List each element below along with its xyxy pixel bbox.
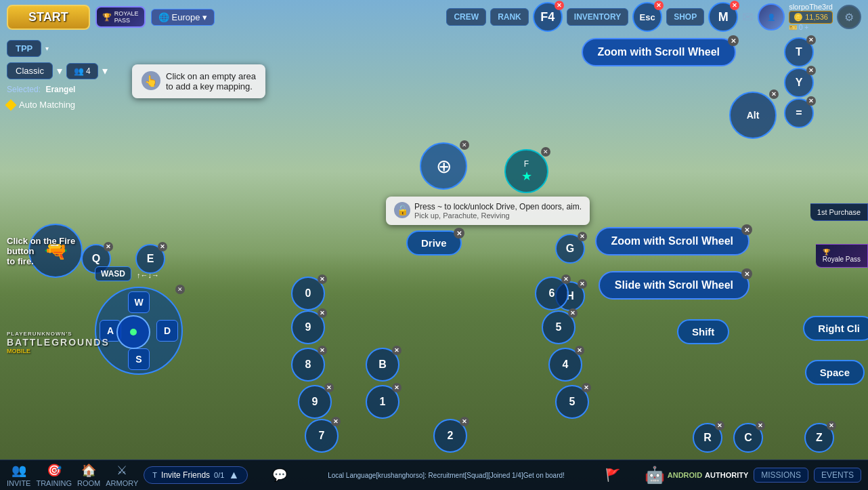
c-key[interactable]: C ✕ (733, 423, 763, 453)
b-key[interactable]: B ✕ (366, 348, 399, 382)
wasd-close[interactable]: ✕ (175, 285, 185, 294)
avatar[interactable]: 👤 (758, 3, 785, 30)
esc-key[interactable]: Esc ✕ (632, 2, 662, 32)
tpp-button[interactable]: TPP (7, 40, 41, 57)
f4-key[interactable]: F4 ✕ (533, 2, 563, 32)
f-key-pickup[interactable]: F ★ ✕ (504, 149, 548, 193)
num-key-7[interactable]: 7 ✕ (305, 419, 339, 453)
zoom-scroll-top-close[interactable]: ✕ (728, 35, 739, 46)
slide-scroll-close[interactable]: ✕ (741, 268, 752, 279)
num-key-0[interactable]: 0 ✕ (291, 277, 325, 310)
num-key-9b[interactable]: 9 ✕ (298, 385, 332, 419)
z-key[interactable]: Z ✕ (804, 423, 834, 453)
num8-close[interactable]: ✕ (318, 346, 327, 355)
g-key[interactable]: G ✕ (555, 234, 585, 264)
rank-button[interactable]: RANK (490, 8, 529, 26)
num-key-9a[interactable]: 9 ✕ (291, 310, 325, 344)
num-key-2[interactable]: 2 ✕ (433, 419, 467, 453)
num0-close[interactable]: ✕ (318, 274, 327, 284)
c-key-close[interactable]: ✕ (756, 421, 765, 430)
invite-nav[interactable]: 👥 INVITE (7, 463, 30, 487)
num-key-8[interactable]: 8 ✕ (291, 348, 325, 382)
shop-button[interactable]: SHOP (666, 8, 704, 26)
royale-pass-label: ROYALEPASS (114, 10, 139, 24)
num2-close[interactable]: ✕ (460, 417, 469, 426)
y-key-close[interactable]: ✕ (806, 66, 816, 75)
right-click-bubble[interactable]: Right Cli (803, 316, 868, 341)
crew-button[interactable]: CREW (446, 8, 486, 26)
h-key-close[interactable]: ✕ (578, 279, 587, 289)
zoom-scroll-top[interactable]: Zoom with Scroll Wheel ✕ (582, 38, 736, 66)
num-key-5b[interactable]: 5 ✕ (555, 385, 589, 419)
start-button[interactable]: START (7, 5, 90, 30)
num1-close[interactable]: ✕ (392, 383, 402, 392)
m-close[interactable]: ✕ (730, 1, 739, 10)
f4-close[interactable]: ✕ (555, 1, 564, 10)
invite-friends-area[interactable]: T Invite Friends 0/1 ▲ (144, 466, 248, 484)
num6-close[interactable]: ✕ (561, 274, 571, 284)
zoom-scroll-mid-close[interactable]: ✕ (741, 224, 752, 235)
zoom-scroll-mid[interactable]: Zoom with Scroll Wheel ✕ (595, 227, 750, 256)
s-key[interactable]: S (128, 348, 150, 370)
armory-nav[interactable]: ⚔ ARMORY (106, 463, 138, 487)
num-key-4[interactable]: 4 ✕ (548, 348, 582, 382)
mode-chevron: ▾ (57, 64, 62, 77)
q-key-close[interactable]: ✕ (104, 242, 113, 251)
drive-button[interactable]: Drive ✕ (406, 230, 462, 256)
z-key-close[interactable]: ✕ (827, 421, 836, 430)
missions-button[interactable]: MISSIONS (754, 468, 808, 483)
flag-icon[interactable]: 🚩 (605, 468, 620, 483)
alt-key-close[interactable]: ✕ (769, 89, 779, 99)
region-selector[interactable]: 🌐 Europe ▾ (151, 9, 215, 26)
equals-key-close[interactable]: ✕ (806, 96, 816, 106)
r-key-close[interactable]: ✕ (715, 421, 724, 430)
r-key[interactable]: R ✕ (693, 423, 722, 453)
chat-icon[interactable]: 💬 (272, 468, 287, 483)
num-key-1[interactable]: 1 ✕ (366, 385, 399, 419)
w-key[interactable]: W (128, 291, 150, 313)
y-key[interactable]: Y ✕ (784, 68, 814, 98)
royale-pass-badge[interactable]: 🏆 ROYALEPASS (95, 6, 146, 28)
squad-button[interactable]: 👥 4 (66, 63, 98, 79)
shift-bubble[interactable]: Shift (677, 319, 729, 344)
inventory-button[interactable]: INVENTORY (567, 8, 628, 26)
num7-close[interactable]: ✕ (331, 417, 341, 426)
m-key[interactable]: M ✕ (708, 2, 738, 32)
b-key-close[interactable]: ✕ (392, 346, 402, 355)
reticle-close[interactable]: ✕ (460, 140, 469, 150)
royale-pass-banner-icon: 🏆 (823, 249, 861, 256)
num9a-close[interactable]: ✕ (318, 308, 327, 318)
g-key-close[interactable]: ✕ (578, 232, 587, 241)
left-panel: TPP ▾ Classic ▾ 👥 4 ▾ Selected: Erangel … (0, 37, 135, 113)
num-key-6[interactable]: 6 ✕ (535, 277, 569, 310)
d-key[interactable]: D (156, 320, 178, 342)
esc-close[interactable]: ✕ (654, 1, 664, 10)
mail-icon[interactable]: ✉ (742, 9, 754, 25)
f-key-close[interactable]: ✕ (541, 147, 550, 157)
t-key-close[interactable]: ✕ (806, 35, 816, 45)
space-bubble[interactable]: Space (805, 360, 865, 385)
alt-key[interactable]: Alt ✕ (729, 91, 777, 139)
t-key[interactable]: T ✕ (784, 37, 814, 67)
num-key-5a[interactable]: 5 ✕ (542, 310, 576, 344)
equals-key[interactable]: = ✕ (784, 98, 814, 128)
room-nav[interactable]: 🏠 ROOM (77, 463, 100, 487)
classic-button[interactable]: Classic (7, 62, 53, 79)
num5a-close[interactable]: ✕ (568, 308, 578, 318)
slide-scroll-bubble[interactable]: Slide with Scroll Wheel ✕ (599, 271, 750, 300)
e-key-close[interactable]: ✕ (158, 242, 167, 251)
training-nav[interactable]: 🎯 TRAINING (36, 463, 72, 487)
aim-reticle[interactable]: ⊕ ✕ (420, 142, 467, 190)
wasd-label: WASD (95, 266, 131, 281)
android-icon: 🤖 (645, 466, 665, 485)
num4-close[interactable]: ✕ (575, 346, 584, 355)
events-button[interactable]: EVENTS (814, 468, 861, 483)
profile-info: slorpoThe3rd 🪙 11,536 🎫 0 + (789, 3, 833, 31)
first-purchase-banner[interactable]: 1st Purchase (810, 203, 868, 221)
royale-pass-banner[interactable]: 🏆 Royale Pass (816, 244, 868, 268)
drive-close[interactable]: ✕ (454, 228, 464, 239)
joystick-dot (130, 329, 137, 335)
settings-button[interactable]: ⚙ (837, 5, 861, 29)
num5b-close[interactable]: ✕ (582, 383, 591, 392)
num9b-close[interactable]: ✕ (324, 383, 334, 392)
